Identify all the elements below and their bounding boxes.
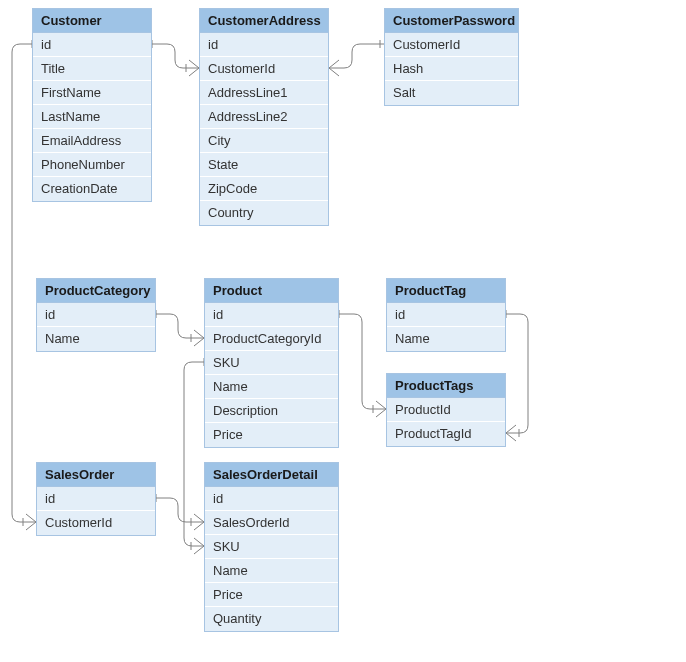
entity-field: LastName [33, 105, 151, 129]
entity-field: ProductCategoryId [205, 327, 338, 351]
entity-title: ProductCategory [37, 279, 155, 303]
entity-field: id [37, 487, 155, 511]
entity-field: Name [205, 375, 338, 399]
entity-field: PhoneNumber [33, 153, 151, 177]
entity-field: id [387, 303, 505, 327]
entity-title: SalesOrder [37, 463, 155, 487]
entity-field: Salt [385, 81, 518, 105]
entity-title: Customer [33, 9, 151, 33]
entity-field: id [37, 303, 155, 327]
entity-field: City [200, 129, 328, 153]
entity-field: Quantity [205, 607, 338, 631]
entity-field: id [33, 33, 151, 57]
entity-field: Hash [385, 57, 518, 81]
entity-customer-password[interactable]: CustomerPassword CustomerId Hash Salt [384, 8, 519, 106]
entity-product[interactable]: Product id ProductCategoryId SKU Name De… [204, 278, 339, 448]
entity-field: Title [33, 57, 151, 81]
entity-field: Price [205, 583, 338, 607]
entity-title: ProductTags [387, 374, 505, 398]
entity-product-tag[interactable]: ProductTag id Name [386, 278, 506, 352]
entity-field: SKU [205, 535, 338, 559]
entity-field: State [200, 153, 328, 177]
entity-product-category[interactable]: ProductCategory id Name [36, 278, 156, 352]
entity-sales-order-detail[interactable]: SalesOrderDetail id SalesOrderId SKU Nam… [204, 462, 339, 632]
entity-title: CustomerPassword [385, 9, 518, 33]
entity-field: ProductId [387, 398, 505, 422]
entity-field: CreationDate [33, 177, 151, 201]
entity-sales-order[interactable]: SalesOrder id CustomerId [36, 462, 156, 536]
entity-field: Name [387, 327, 505, 351]
entity-field: CustomerId [200, 57, 328, 81]
entity-title: SalesOrderDetail [205, 463, 338, 487]
entity-title: ProductTag [387, 279, 505, 303]
entity-field: ZipCode [200, 177, 328, 201]
entity-field: id [205, 487, 338, 511]
entity-field: SKU [205, 351, 338, 375]
entity-field: id [205, 303, 338, 327]
entity-field: CustomerId [37, 511, 155, 535]
entity-field: EmailAddress [33, 129, 151, 153]
entity-product-tags[interactable]: ProductTags ProductId ProductTagId [386, 373, 506, 447]
entity-customer-address[interactable]: CustomerAddress id CustomerId AddressLin… [199, 8, 329, 226]
entity-title: CustomerAddress [200, 9, 328, 33]
entity-title: Product [205, 279, 338, 303]
entity-customer[interactable]: Customer id Title FirstName LastName Ema… [32, 8, 152, 202]
entity-field: Country [200, 201, 328, 225]
entity-field: ProductTagId [387, 422, 505, 446]
entity-field: id [200, 33, 328, 57]
entity-field: CustomerId [385, 33, 518, 57]
entity-field: FirstName [33, 81, 151, 105]
entity-field: AddressLine2 [200, 105, 328, 129]
entity-field: AddressLine1 [200, 81, 328, 105]
entity-field: Price [205, 423, 338, 447]
entity-field: SalesOrderId [205, 511, 338, 535]
entity-field: Description [205, 399, 338, 423]
entity-field: Name [37, 327, 155, 351]
entity-field: Name [205, 559, 338, 583]
